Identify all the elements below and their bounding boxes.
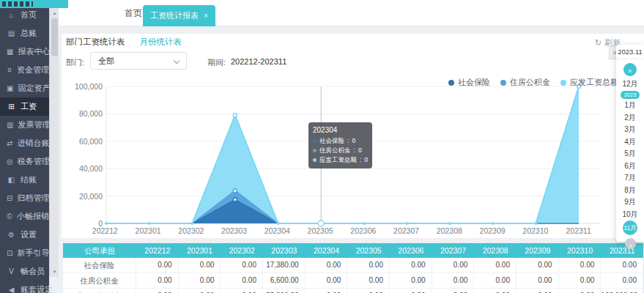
tooltip-series-dot (313, 149, 317, 152)
panel-current-period: 2023.11 (616, 45, 644, 59)
table-body: 社会保险 0.000.000.0017,380.000.000.000.000.… (63, 258, 643, 293)
month-item[interactable]: 2月 (616, 112, 644, 125)
chart-tooltip: 202304 社会保险: 0 住房公积金: 0 应发工资总额: 0 (308, 122, 372, 168)
tab-salary-report[interactable]: 工资统计报表 × (143, 5, 215, 26)
legend-item[interactable]: 应发工资总额 (560, 77, 618, 88)
table-cell: 0.00 (136, 289, 179, 293)
table-row: 应发工资总额 0.000.000.0055,000.000.000.000.00… (63, 289, 643, 293)
month-item[interactable]: 10月 (616, 209, 644, 221)
legend-item[interactable]: 社会保险 (448, 77, 490, 88)
report-tabs: 部门工资统计表 月份统计表 (66, 37, 182, 53)
table-cell: 0.00 (306, 258, 348, 272)
tooltip-series-label: 住房公积金 (319, 146, 351, 155)
x-axis-tick: 202303 (212, 226, 256, 235)
y-axis-tick: 40,000 (62, 164, 103, 173)
month-item[interactable]: 7月 (616, 172, 644, 185)
x-axis-tick: 202311 (557, 226, 600, 235)
sidebar-scrollbar[interactable]: ▲ ▼ (49, 8, 59, 277)
legend-label: 应发工资总额 (570, 77, 618, 88)
sidebar-item[interactable]: Ⅴ 畅会员 (0, 262, 49, 281)
month-item[interactable]: 3月 (616, 124, 644, 136)
sidebar-item[interactable]: ▣ 固定资产 (0, 79, 49, 97)
tooltip-title: 202304 (313, 126, 368, 134)
scrollbar-thumb[interactable] (51, 18, 58, 56)
logo-text-placeholder (2, 1, 33, 7)
tab-month-stats[interactable]: 月份统计表 (140, 37, 182, 53)
table-header-cell: 202303 (263, 243, 306, 258)
y-axis-tick: 100,000 (62, 82, 103, 91)
x-axis-tick: 202307 (385, 226, 428, 235)
sidebar-item-label: 小畅报销 (17, 211, 49, 222)
month-item[interactable]: 4月 (616, 136, 644, 149)
scrollbar-down-arrow[interactable]: ▼ (50, 270, 59, 274)
x-axis-tick: 202302 (170, 226, 213, 235)
sidebar-item[interactable]: ▥ 发票管理 (0, 116, 49, 134)
scrollbar-up-arrow[interactable]: ▲ (50, 11, 59, 15)
sidebar-item[interactable]: ⊡ 新手引导 (0, 244, 49, 262)
table-cell: 0.00 (517, 273, 559, 288)
month-item[interactable]: 6月 (616, 160, 644, 173)
row-label: 应发工资总额 (63, 289, 136, 293)
table-cell: 0.00 (517, 258, 559, 272)
table-cell: 0.00 (474, 273, 517, 288)
tooltip-series-value: 0 (358, 146, 362, 155)
table-header-cell: 202212 (136, 243, 179, 258)
sidebar-item[interactable]: © 小畅报销 (0, 207, 49, 226)
sidebar-item-account-settings[interactable]: ◀ 账套设定 (0, 281, 53, 293)
tooltip-row: 社会保险: 0 (313, 136, 368, 146)
table-cell: 0.00 (306, 289, 348, 293)
purchase-sales-icon: ⇄ (7, 139, 12, 147)
scroll-down-button[interactable]: « (625, 238, 636, 249)
report-center-icon: ▦ (7, 48, 13, 56)
sidebar-item[interactable]: ⇄ 进销台账 (0, 134, 49, 152)
table-cell: 0.00 (136, 273, 179, 288)
table-cell: 0.00 (221, 258, 263, 272)
sidebar-item-label: 结账 (21, 174, 37, 185)
table-cell: 0.00 (390, 273, 432, 288)
table-cell: 6,600.00 (263, 273, 306, 288)
sidebar-item-label: 工资 (21, 101, 37, 112)
table-cell: 55,000.00 (263, 289, 306, 293)
table-cell: 0.00 (306, 273, 348, 288)
sidebar-item[interactable]: ◧ 结账 (0, 171, 49, 189)
tab-dept-salary[interactable]: 部门工资统计表 (66, 37, 125, 53)
sidebar-item[interactable]: ▤ 总账 (0, 24, 49, 42)
month-dec[interactable]: 12月 (616, 78, 644, 89)
legend-item[interactable]: 住房公积金 (500, 77, 550, 88)
month-item[interactable]: 11月 (623, 220, 637, 235)
table-cell: 0.00 (432, 289, 475, 293)
sidebar-item[interactable]: ⊟ 归档管理 (0, 189, 49, 207)
table-cell: 0.00 (179, 289, 221, 293)
sidebar-item[interactable]: ◎ 税务管理 (0, 152, 49, 171)
dept-select[interactable]: 全部 (90, 52, 187, 70)
salary-table: 公司承担202212202301202302202303202304202305… (62, 243, 644, 293)
x-axis-tick: 202306 (342, 226, 385, 235)
sidebar-item-label: 发票管理 (18, 119, 50, 130)
table-cell: 0.00 (432, 258, 475, 272)
guide-icon: ⊡ (7, 249, 12, 257)
sidebar-item-label: 账套设定 (21, 284, 53, 293)
month-item[interactable]: 5月 (616, 148, 644, 160)
tooltip-colon: : (354, 146, 355, 155)
tab-close-icon[interactable]: × (204, 12, 208, 20)
table-header-cell: 202311 (601, 243, 643, 258)
table-header-cell: 202302 (221, 243, 263, 258)
month-item[interactable]: 9月 (616, 196, 644, 209)
sidebar-item[interactable]: ⚙ 设置 (0, 226, 49, 244)
period-panel: 2023.11 « 12月 2023 1月2月3月4月5月6月7月8月9月10月… (616, 45, 644, 242)
table-cell: 0.00 (390, 258, 432, 272)
table-header-cell: 202301 (179, 243, 221, 258)
sidebar-item[interactable]: ¤ 资金管理 (0, 61, 49, 79)
scroll-up-button[interactable]: « (623, 63, 637, 76)
sidebar-item[interactable]: ⌂ 首页 (0, 6, 49, 24)
month-item[interactable]: 8月 (616, 185, 644, 197)
chart-legend: 社会保险 住房公积金 应发工资总额 (448, 77, 618, 88)
month-item[interactable]: 1月 (616, 100, 644, 112)
table-cell: 0.00 (517, 289, 559, 293)
sidebar-item-label: 报表中心 (18, 46, 50, 57)
legend-dot (560, 80, 566, 86)
sidebar-item[interactable]: ⊞ 工资 (0, 97, 49, 116)
funds-icon: ¤ (7, 66, 12, 74)
tab-home[interactable]: 首页 (125, 0, 142, 26)
sidebar-item[interactable]: ▦ 报表中心 (0, 42, 49, 61)
